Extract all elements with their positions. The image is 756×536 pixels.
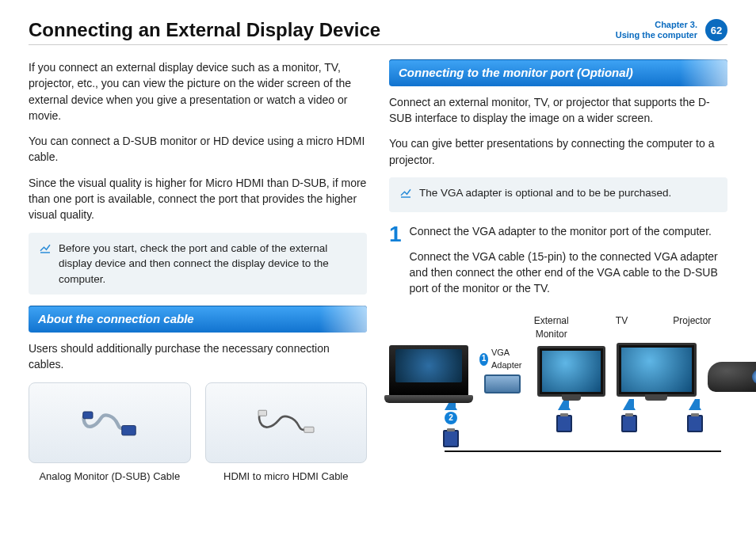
section-about-cable: About the connection cable xyxy=(29,306,367,333)
vga-connector-icon xyxy=(687,415,703,432)
note-vga-optional: The VGA adapter is optional and to be be… xyxy=(389,177,727,212)
arrow-up-icon xyxy=(689,399,701,410)
monitor-port-paragraph-1: Connect an external monitor, TV, or proj… xyxy=(389,94,727,127)
slot-tv-connector xyxy=(597,397,662,432)
header-right: Chapter 3. Using the computer 62 xyxy=(616,19,727,41)
page-header: Connecting an External Display Device Ch… xyxy=(29,19,727,45)
arrow-up-icon xyxy=(558,399,571,410)
label-ext-monitor: External Monitor xyxy=(520,314,583,342)
laptop-illustration xyxy=(389,345,468,397)
content-columns: If you connect an external display devic… xyxy=(29,59,727,485)
diagram-top-labels: External Monitor TV Projector xyxy=(516,314,727,344)
right-column: Connecting to the monitor port (Optional… xyxy=(389,59,727,485)
vga-connector-icon xyxy=(443,430,459,447)
tv-illustration xyxy=(617,343,697,397)
label-tv: TV xyxy=(584,314,659,342)
connection-diagram: External Monitor TV Projector 1 VGA Adap… xyxy=(389,314,727,452)
arrow-up-icon xyxy=(623,399,636,410)
step-paragraph-a: Connect the VGA adapter to the monitor p… xyxy=(410,223,727,239)
diagram-devices-row: 1 VGA Adapter xyxy=(389,343,727,397)
monitor-port-paragraph-2: You can give better presentations by con… xyxy=(389,135,727,168)
cable-box-hdmi xyxy=(205,382,368,463)
intro-paragraph-2: You can connect a D-SUB monitor or HD de… xyxy=(29,133,367,165)
intro-paragraph-1: If you connect an external display devic… xyxy=(29,59,367,124)
cable-box-dsub xyxy=(29,382,191,463)
svg-rect-2 xyxy=(304,427,314,432)
vga-port-illustration xyxy=(484,374,521,393)
svg-rect-3 xyxy=(258,410,267,416)
document-page: Connecting an External Display Device Ch… xyxy=(0,0,756,504)
step-1: 1 Connect the VGA adapter to the monitor… xyxy=(389,223,727,306)
label-projector: Projector xyxy=(660,314,724,342)
slot-projector-connector xyxy=(662,397,727,432)
ext-monitor-illustration xyxy=(537,346,605,397)
slot-monitor-connector xyxy=(532,397,597,432)
projector-illustration xyxy=(708,362,756,397)
chapter-label: Chapter 3. Using the computer xyxy=(616,20,697,40)
vga-connector-icon xyxy=(556,415,572,432)
vga-adapter-block: 1 VGA Adapter xyxy=(479,347,526,397)
wire-illustration xyxy=(445,450,721,452)
cable-label-dsub: Analog Monitor (D-SUB) Cable xyxy=(29,469,191,485)
step-body: Connect the VGA adapter to the monitor p… xyxy=(410,223,727,306)
badge-1: 1 xyxy=(479,353,488,366)
hdmi-cable-illustration xyxy=(250,395,322,450)
label-vga-adapter: VGA Adapter xyxy=(491,347,526,372)
about-cable-paragraph: Users should additionally purchase the n… xyxy=(29,340,367,373)
note-text: The VGA adapter is optional and to be be… xyxy=(419,185,671,204)
note-icon xyxy=(399,185,413,204)
left-column: If you connect an external display devic… xyxy=(29,59,367,485)
cable-boxes xyxy=(29,382,367,463)
slot-laptop-connector: 2 xyxy=(427,397,475,447)
note-icon xyxy=(38,241,52,287)
cable-label-hdmi: HDMI to micro HDMI Cable xyxy=(205,469,368,485)
svg-rect-0 xyxy=(122,425,136,435)
diagram-connectors-row: 2 xyxy=(427,397,727,447)
step-number: 1 xyxy=(389,223,402,306)
step-paragraph-b: Connect the VGA cable (15-pin) to the co… xyxy=(410,249,727,297)
note-text: Before you start, check the port and cab… xyxy=(59,241,357,287)
badge-2: 2 xyxy=(445,412,457,424)
page-number: 62 xyxy=(705,19,727,41)
chapter-line-1: Chapter 3. xyxy=(616,20,697,30)
cable-labels: Analog Monitor (D-SUB) Cable HDMI to mic… xyxy=(29,469,367,485)
section-monitor-port: Connecting to the monitor port (Optional… xyxy=(389,59,727,86)
note-precheck: Before you start, check the port and cab… xyxy=(29,233,367,295)
svg-rect-1 xyxy=(83,412,93,419)
intro-paragraph-3: Since the visual quality is higher for M… xyxy=(29,175,367,223)
dsub-cable-illustration xyxy=(74,395,145,450)
vga-connector-icon xyxy=(621,415,637,432)
chapter-line-2: Using the computer xyxy=(616,30,697,40)
page-title: Connecting an External Display Device xyxy=(29,19,380,41)
